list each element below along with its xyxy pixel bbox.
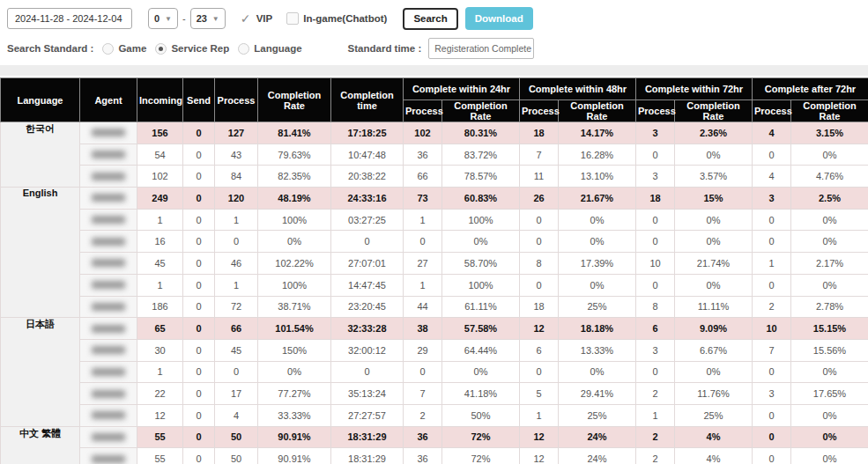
cell-after72-rate: 0% [791,404,868,426]
cell-completion-rate: 77.27% [258,383,331,405]
filter-row-2: Search Standard : Game Service Rep Langu… [7,37,861,60]
cell-process: 45 [215,339,258,361]
hour-from-select[interactable]: 0 ▼ [148,8,178,29]
cell-72hr-rate: 2.36% [675,122,753,144]
download-button[interactable]: Download [465,7,533,30]
radio-language[interactable]: Language [238,43,301,55]
cell-72hr-process: 8 [636,296,675,318]
cell-48hr-process: 11 [520,166,559,188]
cell-72hr-process: 6 [636,318,675,340]
cell-after72-rate: 4.76% [791,166,868,188]
cell-process: 50 [215,448,258,464]
radio-game[interactable]: Game [102,43,146,55]
cell-send: 0 [183,448,215,464]
cell-24hr-process: 7 [404,383,442,405]
cell-after72-process: 0 [753,209,791,231]
radio-game-circle[interactable] [102,43,114,55]
standard-time-select[interactable]: Registeration Complete ~ Com [428,38,534,59]
cell-after72-process: 0 [753,404,791,426]
cell-process: 127 [215,122,258,144]
cell-24hr-rate: 0% [442,361,520,383]
date-range-input[interactable] [7,8,132,29]
cell-72hr-process: 0 [636,144,675,166]
table-row: 中文 繁體5505090.91%18:31:293672%1224%24%00% [1,426,868,448]
cell-48hr-process: 0 [520,209,559,231]
cell-after72-process: 2 [753,296,791,318]
cell-24hr-rate: 83.72% [442,144,520,166]
table-row: 30045150%32:00:122964.44%613.33%36.67%71… [1,339,868,361]
language-cell: 日本語 [1,318,80,426]
radio-service-rep[interactable]: Service Rep [155,43,229,55]
agent-cell [80,209,137,231]
redacted-agent-name [92,194,125,202]
cell-incoming: 55 [137,426,183,448]
cell-incoming: 1 [137,209,183,231]
agent-cell [80,339,137,361]
cell-72hr-process: 3 [636,166,675,188]
redacted-agent-name [92,259,125,267]
table-row: 45046102.22%27:07:012758.70%817.39%1021.… [1,253,868,275]
cell-process: 4 [215,404,258,426]
cell-after72-rate: 15.56% [791,339,868,361]
cell-completion-time: 10:47:48 [331,144,404,166]
cell-48hr-process: 0 [520,274,559,296]
cell-72hr-rate: 0% [675,361,753,383]
cell-after72-rate: 0% [791,231,868,253]
cell-send: 0 [183,274,215,296]
cell-after72-process: 3 [753,188,791,210]
cell-24hr-rate: 0% [442,231,520,253]
vip-checkbox[interactable] [240,12,252,25]
cell-process: 1 [215,274,258,296]
cell-process: 0 [215,231,258,253]
cell-send: 0 [183,209,215,231]
redacted-agent-name [92,303,125,311]
stats-table: Language Agent Incoming Send Process Com… [0,77,868,464]
cell-after72-rate: 0% [791,209,868,231]
redacted-agent-name [92,173,125,180]
cell-48hr-process: 8 [520,253,559,275]
ingame-chatbot-checkbox[interactable] [286,12,299,25]
redacted-agent-name [92,216,125,224]
cell-completion-rate: 82.35% [258,166,331,188]
cell-24hr-rate: 72% [442,426,520,448]
radio-service-rep-circle[interactable] [155,43,167,55]
hour-to-select[interactable]: 23 ▼ [190,8,226,29]
cell-72hr-rate: 0% [675,231,753,253]
group-header-after-72hr: Complete after 72hr [753,78,868,100]
cell-completion-rate: 100% [258,274,331,296]
cell-48hr-rate: 17.39% [559,253,636,275]
cell-send: 0 [183,318,215,340]
radio-language-circle[interactable] [238,43,249,55]
redacted-agent-name [92,390,125,398]
chevron-down-icon: ▼ [165,15,172,23]
ingame-chatbot-label: In-game(Chatbot) [303,13,387,24]
col-header-agent: Agent [80,78,137,122]
radio-game-label: Game [118,43,146,54]
group-header-48hr: Complete within 48hr [520,78,636,100]
sub-header-72hr-process: Process [636,100,675,122]
agent-cell [80,144,137,166]
cell-72hr-rate: 25% [675,404,753,426]
cell-24hr-process: 0 [404,361,442,383]
agent-cell [80,166,137,188]
cell-24hr-rate: 64.44% [442,339,520,361]
cell-after72-rate: 17.65% [791,383,868,405]
cell-completion-time: 27:07:01 [331,253,404,275]
search-button[interactable]: Search [403,8,457,30]
cell-completion-time: 18:31:29 [331,426,404,448]
cell-72hr-process: 18 [636,188,675,210]
cell-24hr-process: 38 [404,318,442,340]
agent-cell [80,253,137,275]
vip-checkbox-wrap[interactable]: VIP [240,12,273,25]
cell-48hr-process: 12 [520,426,559,448]
cell-after72-rate: 0% [791,448,868,464]
cell-after72-process: 7 [753,339,791,361]
section-divider [0,65,868,76]
cell-send: 0 [183,122,215,144]
cell-48hr-rate: 16.28% [559,144,636,166]
cell-incoming: 16 [137,231,183,253]
cell-incoming: 45 [137,253,183,275]
cell-48hr-process: 7 [520,144,559,166]
ingame-checkbox-wrap[interactable]: In-game(Chatbot) [286,12,387,25]
cell-72hr-rate: 21.74% [675,253,753,275]
